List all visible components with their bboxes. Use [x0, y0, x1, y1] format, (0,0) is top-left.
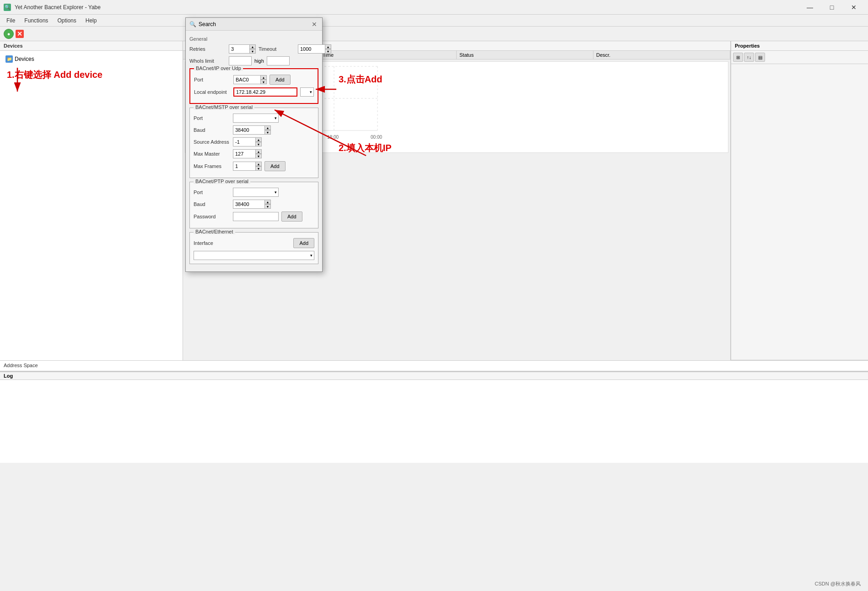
ptp-add-button[interactable]: Add — [281, 211, 302, 222]
general-section-label: General — [189, 36, 318, 42]
high-label: high — [254, 58, 264, 64]
max-master-label: Max Master — [194, 151, 230, 157]
high-input[interactable] — [267, 56, 290, 65]
watermark: CSDN @秋水换春风 — [815, 580, 861, 587]
local-endpoint-row: Local endpoint — [194, 87, 314, 97]
local-endpoint-dropdown[interactable] — [300, 87, 314, 97]
udp-port-up[interactable]: ▲ — [260, 75, 267, 80]
properties-header: Properties — [731, 41, 868, 51]
ptp-baud-label: Baud — [194, 201, 230, 207]
minimize-button[interactable]: — — [799, 0, 820, 14]
max-frames-up[interactable]: ▲ — [255, 162, 262, 166]
ptp-port-select[interactable] — [233, 188, 279, 197]
menu-bar: File Functions Options Help — [0, 15, 868, 27]
devices-tree: 📁 Devices — [0, 51, 183, 360]
svg-text:18:00: 18:00 — [327, 135, 339, 140]
max-frames-down[interactable]: ▼ — [255, 166, 262, 171]
address-space-label: Address Space — [4, 363, 38, 368]
max-master-down[interactable]: ▼ — [255, 154, 262, 158]
ptp-baud-up[interactable]: ▲ — [264, 200, 271, 204]
devices-header: Devices — [0, 41, 183, 51]
dialog-close-button[interactable]: ✕ — [310, 20, 318, 28]
mstp-baud-down[interactable]: ▼ — [264, 130, 271, 135]
whois-row: WhoIs limit high — [189, 56, 318, 65]
max-frames-input[interactable] — [233, 162, 256, 171]
bacnet-ptp-section: BACnet/PTP over serial Port Baud — [189, 182, 318, 228]
menu-options[interactable]: Options — [53, 16, 81, 26]
mstp-port-select[interactable] — [233, 114, 279, 123]
close-button[interactable]: ✕ — [843, 0, 864, 14]
max-frames-label: Max Frames — [194, 163, 230, 169]
ptp-password-label: Password — [194, 214, 230, 219]
menu-help[interactable]: Help — [81, 16, 102, 26]
bacnet-ethernet-section: BACnet/Ethernet Interface Add — [189, 232, 318, 264]
window-title: Yet Another Bacnet Explorer - Yabe — [15, 4, 101, 11]
bacnet-udp-title: BACnet/IP over Udp — [194, 65, 243, 71]
props-btn-3[interactable]: ▤ — [755, 53, 765, 62]
ptp-password-input[interactable] — [233, 212, 279, 221]
udp-add-button[interactable]: Add — [270, 75, 291, 85]
max-master-up[interactable]: ▲ — [255, 149, 262, 154]
devices-icon: 📁 — [5, 55, 13, 63]
log-area: Log — [0, 371, 868, 463]
properties-toolbar: ⊞ ↑↓ ▤ — [731, 51, 868, 64]
source-addr-up[interactable]: ▲ — [255, 137, 262, 142]
ptp-port-row: Port — [194, 188, 314, 197]
retries-down[interactable]: ▼ — [249, 49, 256, 54]
ptp-password-row: Password Add — [194, 211, 314, 222]
mstp-baud-input[interactable] — [233, 125, 265, 135]
source-addr-down[interactable]: ▼ — [255, 142, 262, 146]
bacnet-mstp-title: BACnet/MSTP over serial — [194, 104, 254, 110]
props-btn-2[interactable]: ↑↓ — [744, 53, 754, 62]
dialog-title-bar: 🔍 Search ✕ — [186, 18, 322, 31]
max-master-row: Max Master ▲ ▼ — [194, 149, 314, 158]
properties-panel: Properties ⊞ ↑↓ ▤ — [731, 41, 868, 360]
retries-label: Retries — [189, 46, 226, 52]
props-btn-1[interactable]: ⊞ — [733, 53, 743, 62]
log-header: Log — [0, 372, 868, 380]
source-addr-row: Source Address ▲ ▼ — [194, 137, 314, 146]
eth-add-button[interactable]: Add — [293, 238, 314, 248]
svg-text:00:00: 00:00 — [371, 135, 382, 140]
timeout-up[interactable]: ▲ — [325, 44, 331, 49]
app-icon: 🔍 — [4, 4, 11, 11]
udp-port-down[interactable]: ▼ — [260, 80, 267, 84]
whois-input[interactable] — [229, 56, 252, 65]
title-bar: 🔍 Yet Another Bacnet Explorer - Yabe — □… — [0, 0, 868, 15]
retries-up[interactable]: ▲ — [249, 44, 256, 49]
mstp-baud-label: Baud — [194, 127, 230, 133]
source-addr-input[interactable] — [233, 137, 256, 146]
tree-item-label: Devices — [15, 56, 34, 62]
whois-label: WhoIs limit — [189, 58, 226, 64]
retries-input[interactable] — [229, 44, 250, 54]
mstp-add-button[interactable]: Add — [264, 161, 286, 171]
connect-button[interactable]: ● — [4, 29, 14, 39]
local-endpoint-input[interactable] — [233, 87, 297, 97]
left-panel: Devices 📁 Devices — [0, 41, 183, 360]
mstp-baud-up[interactable]: ▲ — [264, 125, 271, 130]
ptp-baud-row: Baud ▲ ▼ — [194, 200, 314, 209]
ptp-baud-down[interactable]: ▼ — [264, 204, 271, 209]
tree-item-devices[interactable]: 📁 Devices — [4, 54, 179, 64]
eth-interface-label: Interface — [194, 240, 230, 246]
local-endpoint-label: Local endpoint — [194, 89, 231, 95]
retries-row: Retries ▲ ▼ Timeout ▲ ▼ — [189, 44, 318, 54]
menu-file[interactable]: File — [2, 16, 20, 26]
bacnet-udp-section: BACnet/IP over Udp Port ▲ ▼ Add Local en… — [189, 68, 318, 104]
bacnet-mstp-section: BACnet/MSTP over serial Port Baud — [189, 108, 318, 178]
udp-port-input[interactable] — [233, 75, 261, 84]
timeout-input[interactable] — [298, 44, 325, 54]
disconnect-button[interactable]: ✕ — [16, 30, 24, 38]
maximize-button[interactable]: □ — [821, 0, 842, 14]
max-master-input[interactable] — [233, 149, 256, 158]
col-time: Time — [320, 51, 457, 59]
col-status: Status — [457, 51, 593, 59]
eth-interface-select[interactable] — [194, 251, 314, 260]
menu-functions[interactable]: Functions — [20, 16, 53, 26]
timeout-down[interactable]: ▼ — [325, 49, 331, 54]
max-frames-row: Max Frames ▲ ▼ Add — [194, 161, 314, 171]
search-dialog-icon: 🔍 — [189, 21, 196, 27]
mstp-port-row: Port — [194, 114, 314, 123]
udp-port-label: Port — [194, 77, 231, 82]
ptp-baud-input[interactable] — [233, 200, 265, 209]
